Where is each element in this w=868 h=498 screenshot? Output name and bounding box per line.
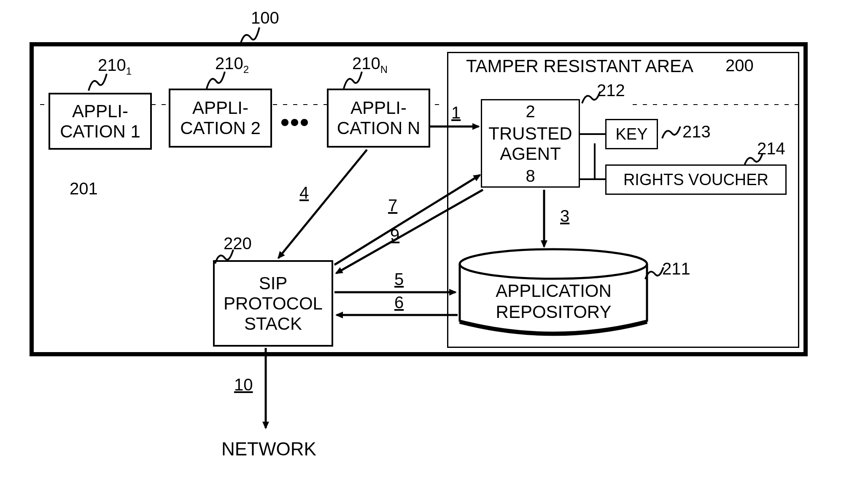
edge-label-10: 10: [234, 375, 253, 394]
network-label: NETWORK: [221, 439, 316, 460]
edge-label-5: 5: [394, 270, 404, 289]
edge-label-4: 4: [299, 183, 309, 202]
edge-label-9: 9: [390, 226, 399, 245]
edge-label-7: 7: [388, 196, 397, 215]
edge-label-6: 6: [394, 293, 404, 312]
svg-line-9: [336, 190, 483, 273]
edge-label-3: 3: [560, 207, 569, 226]
edge-label-1: 1: [451, 103, 461, 122]
diagram-canvas: 100 APPLI- CATION 1 2101 APPLI- CATION 2…: [0, 0, 868, 498]
svg-line-6: [278, 150, 367, 258]
diagram-arrows: [0, 0, 868, 498]
svg-line-8: [334, 175, 480, 265]
